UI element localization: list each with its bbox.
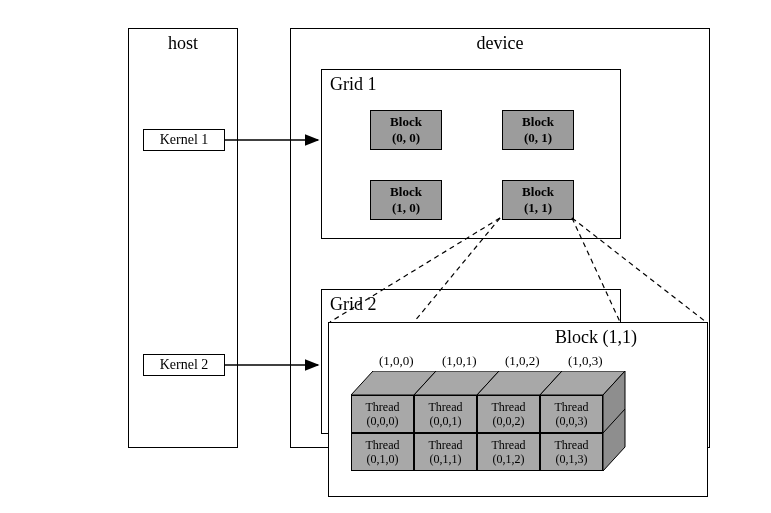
thread-coord: (0,1,3)	[556, 452, 588, 466]
thread-coord: (0,1,0)	[367, 452, 399, 466]
thread-label: Thread	[492, 400, 526, 414]
thread-coord: (0,0,3)	[556, 414, 588, 428]
host-title: host	[129, 33, 237, 54]
thread-coord: (0,0,2)	[493, 414, 525, 428]
block-coord: (0, 0)	[392, 130, 420, 145]
kernel-2-box: Kernel 2	[143, 354, 225, 376]
kernel-1-label: Kernel 1	[160, 132, 209, 147]
thread-coord: (0,1,1)	[430, 452, 462, 466]
top-coord-3: (1,0,3)	[568, 353, 603, 369]
thread-coord: (0,0,1)	[430, 414, 462, 428]
thread-0-0-1: Thread (0,0,1)	[414, 395, 477, 433]
thread-label: Thread	[555, 400, 589, 414]
block-coord: (1, 0)	[392, 200, 420, 215]
top-coord-0: (1,0,0)	[379, 353, 414, 369]
thread-0-0-2: Thread (0,0,2)	[477, 395, 540, 433]
detail-title: Block (1,1)	[555, 327, 637, 348]
top-coord-1: (1,0,1)	[442, 353, 477, 369]
grid1-block-1-1: Block (1, 1)	[502, 180, 574, 220]
kernel-1-box: Kernel 1	[143, 129, 225, 151]
grid-2-title: Grid 2	[330, 294, 377, 315]
thread-label: Thread	[366, 400, 400, 414]
thread-0-1-3: Thread (0,1,3)	[540, 433, 603, 471]
thread-label: Thread	[429, 400, 463, 414]
thread-0-0-0: Thread (0,0,0)	[351, 395, 414, 433]
thread-coord: (0,1,2)	[493, 452, 525, 466]
block-coord: (0, 1)	[524, 130, 552, 145]
grid1-block-0-0: Block (0, 0)	[370, 110, 442, 150]
thread-0-0-3: Thread (0,0,3)	[540, 395, 603, 433]
grid1-block-0-1: Block (0, 1)	[502, 110, 574, 150]
device-title: device	[291, 33, 709, 54]
host-box: host Kernel 1 Kernel 2	[128, 28, 238, 448]
block-label: Block	[390, 184, 422, 199]
block-label: Block	[522, 114, 554, 129]
block-1-1-detail-panel: Block (1,1) (1,0,0) (1,0,1) (1,0,2) (1,0…	[328, 322, 708, 497]
thread-label: Thread	[555, 438, 589, 452]
kernel-2-label: Kernel 2	[160, 357, 209, 372]
grid1-block-1-0: Block (1, 0)	[370, 180, 442, 220]
grid-1-box: Grid 1 Block (0, 0) Block (0, 1) Block (…	[321, 69, 621, 239]
thread-label: Thread	[492, 438, 526, 452]
top-coord-2: (1,0,2)	[505, 353, 540, 369]
block-label: Block	[390, 114, 422, 129]
thread-coord: (0,0,0)	[367, 414, 399, 428]
grid-1-title: Grid 1	[330, 74, 377, 95]
block-label: Block	[522, 184, 554, 199]
thread-label: Thread	[429, 438, 463, 452]
thread-0-1-1: Thread (0,1,1)	[414, 433, 477, 471]
thread-0-1-0: Thread (0,1,0)	[351, 433, 414, 471]
block-coord: (1, 1)	[524, 200, 552, 215]
thread-label: Thread	[366, 438, 400, 452]
thread-0-1-2: Thread (0,1,2)	[477, 433, 540, 471]
